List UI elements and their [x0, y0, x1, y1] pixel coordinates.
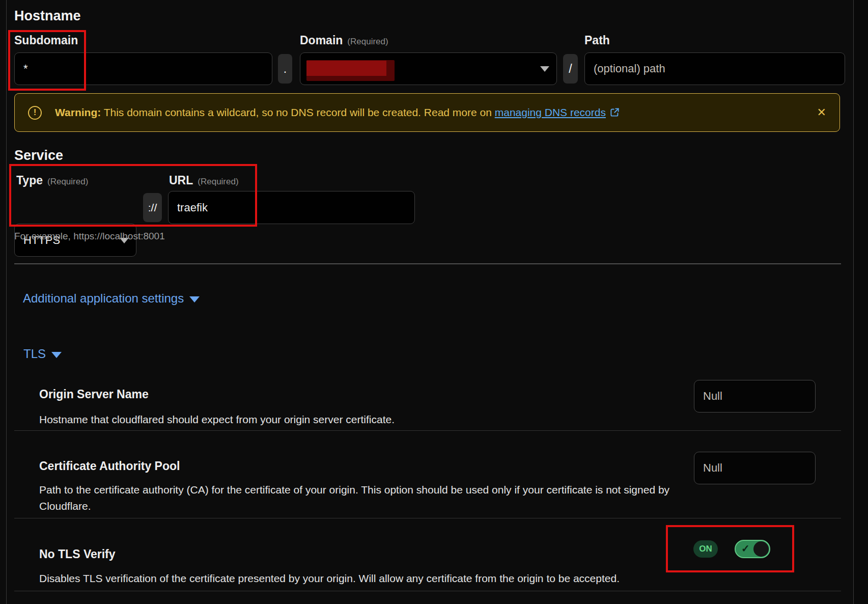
path-label: Path [584, 34, 610, 47]
no-tls-verify-title: No TLS Verify [39, 547, 116, 561]
chevron-down-icon [51, 352, 62, 358]
toggle-knob [753, 541, 769, 557]
section-divider [14, 263, 841, 264]
origin-server-name-description: Hostname that cloudflared should expect … [39, 411, 395, 428]
panel-left-border [6, 0, 7, 604]
row-divider [14, 591, 841, 591]
tls-section-label: TLS [23, 347, 46, 361]
warning-message: This domain contains a wildcard, so no D… [101, 106, 494, 118]
managing-dns-records-link[interactable]: managing DNS records [495, 106, 606, 118]
certificate-authority-pool-title: Certificate Authority Pool [39, 459, 180, 473]
additional-application-settings-label: Additional application settings [23, 291, 184, 306]
row-divider [14, 518, 841, 518]
service-url-input[interactable] [168, 191, 415, 224]
chevron-down-icon [540, 66, 549, 72]
close-icon[interactable]: ✕ [817, 107, 826, 118]
redacted-domain-value [306, 60, 395, 81]
no-tls-verify-toggle[interactable]: ✓ [735, 540, 770, 558]
external-link-icon [610, 107, 620, 117]
url-label: URL [169, 174, 193, 187]
tls-section-toggle[interactable]: TLS [23, 347, 62, 361]
path-input[interactable] [584, 52, 845, 85]
tunnel-hostname-config-page: Hostname Subdomain . Domain (Required) /… [0, 0, 868, 604]
highlight-box-no-tls-verify [666, 525, 794, 572]
dot-separator: . [278, 54, 292, 84]
slash-separator: / [563, 54, 578, 84]
no-tls-verify-description: Disables TLS verification of the certifi… [39, 570, 620, 587]
additional-application-settings-toggle[interactable]: Additional application settings [23, 291, 200, 306]
subdomain-label: Subdomain [14, 34, 78, 47]
service-section-title: Service [14, 148, 63, 163]
type-label: Type [16, 174, 43, 187]
domain-label: Domain [300, 34, 343, 47]
scheme-separator: :// [143, 193, 162, 222]
url-required-hint: (Required) [198, 177, 238, 187]
certificate-authority-pool-input[interactable] [694, 452, 816, 484]
warning-bold-prefix: Warning: [55, 106, 101, 118]
right-gutter [854, 0, 868, 604]
subdomain-input[interactable] [14, 52, 272, 85]
redacted-domain-value-inner [306, 61, 386, 76]
origin-server-name-input[interactable] [694, 380, 816, 413]
check-icon: ✓ [741, 542, 750, 555]
row-divider [14, 430, 841, 431]
wildcard-warning-banner: ! Warning: This domain contains a wildca… [14, 93, 840, 132]
origin-server-name-title: Origin Server Name [39, 388, 149, 401]
domain-select[interactable] [300, 52, 557, 85]
hostname-section-title: Hostname [14, 8, 81, 24]
chevron-down-icon [189, 296, 200, 303]
panel-right-border [853, 0, 854, 604]
warning-icon: ! [28, 106, 42, 120]
service-helper-text: For example, https://localhost:8001 [14, 231, 165, 242]
domain-required-hint: (Required) [347, 37, 388, 47]
certificate-authority-pool-description: Path to the certificate authority (CA) f… [39, 482, 676, 514]
type-required-hint: (Required) [47, 177, 88, 187]
warning-text: Warning: This domain contains a wildcard… [55, 106, 620, 119]
no-tls-verify-state-badge: ON [693, 540, 718, 558]
